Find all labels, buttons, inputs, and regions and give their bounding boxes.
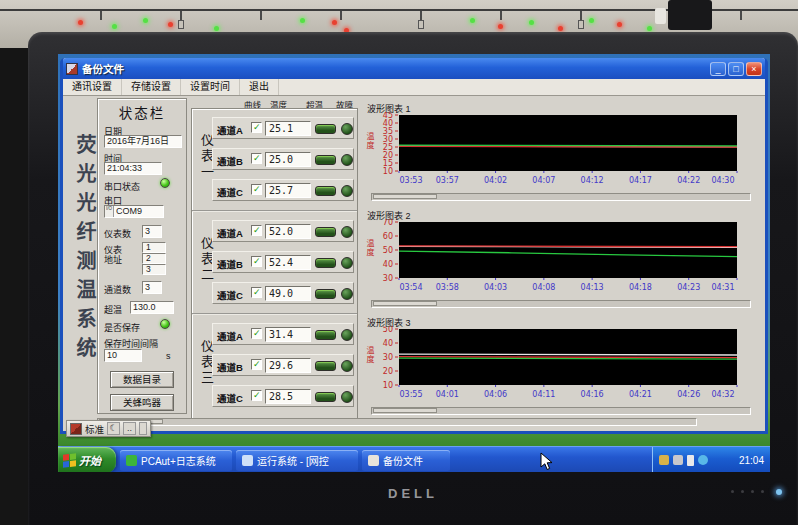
address-list-item[interactable]: 2 — [142, 253, 166, 264]
overtemp-threshold-field[interactable]: 130.0 — [130, 301, 174, 314]
taskbar-task-backup-file[interactable]: 备份文件 — [362, 450, 450, 471]
scrollbar-thumb[interactable] — [373, 301, 437, 306]
taskbar-task-run-system[interactable]: 运行系统 - [网控 — [236, 450, 358, 471]
maximize-button[interactable]: □ — [728, 62, 744, 76]
check-icon: ✓ — [253, 390, 261, 400]
svg-text:04:17: 04:17 — [629, 176, 652, 185]
status-panel: 状态栏 日期 2016年7月16日 时间 21:04:33 串口状态 串口 I/… — [97, 98, 187, 414]
channel-label: 通道C — [217, 288, 243, 302]
indicator-led — [647, 26, 652, 31]
address-list: 1 2 3 — [142, 242, 166, 275]
indicator-led — [332, 20, 337, 25]
check-icon: ✓ — [253, 256, 261, 266]
tray-ime-icon[interactable] — [659, 455, 669, 465]
fault-led — [341, 329, 353, 341]
chart-plot: 101520253035404503:5303:5704:0204:0704:1… — [371, 112, 751, 190]
window-horizontal-scrollbar[interactable] — [97, 418, 697, 426]
scrollbar-thumb[interactable] — [373, 194, 437, 199]
scrollbar-thumb[interactable] — [373, 408, 437, 413]
ime-punctuation-icon[interactable]: .. — [123, 422, 136, 435]
serial-port-combo[interactable]: I/O COM9 — [104, 205, 164, 218]
curve-checkbox[interactable]: ✓ — [251, 287, 262, 298]
ime-handle[interactable] — [139, 422, 147, 435]
channel-count-label: 通道数 — [104, 283, 131, 296]
curve-checkbox[interactable]: ✓ — [251, 328, 262, 339]
chart-scrollbar[interactable] — [371, 300, 751, 308]
tray-clock[interactable]: 21:04 — [739, 455, 764, 466]
minimize-button[interactable]: _ — [710, 62, 726, 76]
status-panel-title: 状态栏 — [98, 102, 186, 122]
svg-text:04:26: 04:26 — [677, 390, 700, 399]
svg-text:04:21: 04:21 — [629, 390, 652, 399]
window-client-area: 荧光光纤测温系统 状态栏 日期 2016年7月16日 时间 21:04:33 串… — [63, 96, 765, 431]
menu-item-exit[interactable]: 退出 — [240, 79, 279, 95]
chart-scrollbar[interactable] — [371, 407, 751, 415]
channel-count-field[interactable]: 3 — [142, 281, 162, 294]
svg-text:40: 40 — [383, 260, 393, 269]
svg-text:04:06: 04:06 — [484, 390, 507, 399]
menu-item-set-time[interactable]: 设置时间 — [181, 79, 240, 95]
moon-icon[interactable]: ☾ — [107, 422, 120, 435]
curve-checkbox[interactable]: ✓ — [251, 225, 262, 236]
channel-label: 通道C — [217, 391, 243, 405]
window-titlebar: 备份文件 _ □ × — [63, 58, 765, 79]
channel-row: 通道A ✓ 52.0 — [212, 220, 354, 242]
svg-text:04:22: 04:22 — [677, 176, 700, 185]
check-icon: ✓ — [253, 225, 261, 235]
taskbar-task-log-system[interactable]: PCAut+日志系统 — [120, 450, 232, 471]
svg-text:30: 30 — [383, 353, 393, 362]
svg-text:04:01: 04:01 — [436, 390, 459, 399]
windows-logo-icon — [63, 453, 76, 467]
svg-text:30: 30 — [383, 274, 393, 283]
buzzer-off-button[interactable]: 关蜂鸣器 — [110, 394, 174, 411]
chart-scrollbar[interactable] — [371, 193, 751, 201]
instrument-count-field[interactable]: 3 — [142, 225, 162, 238]
menu-item-comm-settings[interactable]: 通讯设置 — [63, 79, 122, 95]
svg-text:60: 60 — [383, 232, 393, 241]
ime-label[interactable]: 标准 — [85, 422, 104, 436]
bezel-buttons[interactable] — [731, 490, 764, 493]
svg-text:03:58: 03:58 — [436, 283, 459, 292]
address-list-item[interactable]: 3 — [142, 264, 166, 275]
mimic-stub — [100, 11, 102, 20]
temperature-display: 25.1 — [265, 121, 311, 136]
tray-volume-icon[interactable] — [698, 455, 708, 465]
mimic-breaker-symbol — [418, 20, 424, 29]
address-list-item[interactable]: 1 — [142, 242, 166, 253]
svg-text:04:11: 04:11 — [532, 390, 555, 399]
dell-logo: DELL — [28, 486, 798, 501]
waveform-chart-2: 波形图表 2 温度 304050607003:5403:5804:0304:08… — [363, 209, 759, 313]
indicator-led — [529, 20, 534, 25]
channel-label: 通道B — [217, 257, 243, 271]
tray-usb-icon[interactable] — [687, 455, 694, 466]
svg-text:10: 10 — [383, 167, 393, 176]
curve-checkbox[interactable]: ✓ — [251, 184, 262, 195]
curve-checkbox[interactable]: ✓ — [251, 122, 262, 133]
screen: 备份文件 _ □ × 通讯设置 存储设置 设置时间 退出 荧光光纤测温系统 — [58, 54, 770, 472]
close-button[interactable]: × — [746, 62, 762, 76]
svg-text:04:12: 04:12 — [581, 176, 604, 185]
curve-checkbox[interactable]: ✓ — [251, 359, 262, 370]
time-field: 21:04:33 — [104, 162, 162, 175]
app-window: 备份文件 _ □ × 通讯设置 存储设置 设置时间 退出 荧光光纤测温系统 — [60, 58, 768, 434]
start-button[interactable]: 开始 — [58, 447, 116, 472]
svg-text:03:57: 03:57 — [436, 176, 459, 185]
task-label: PCAut+日志系统 — [141, 453, 216, 468]
svg-text:04:03: 04:03 — [484, 283, 507, 292]
data-directory-button[interactable]: 数据目录 — [110, 371, 174, 388]
check-icon: ✓ — [253, 184, 261, 194]
curve-checkbox[interactable]: ✓ — [251, 153, 262, 164]
ime-mode-icon[interactable] — [70, 423, 82, 435]
curve-checkbox[interactable]: ✓ — [251, 256, 262, 267]
mimic-breaker-symbol — [178, 20, 184, 29]
temperature-display: 29.6 — [265, 358, 311, 373]
check-icon: ✓ — [253, 153, 261, 163]
mimic-breaker-symbol — [578, 20, 584, 29]
temperature-display: 49.0 — [265, 286, 311, 301]
menu-item-storage-settings[interactable]: 存储设置 — [122, 79, 181, 95]
save-interval-field[interactable]: 10 — [104, 349, 142, 362]
indicator-led — [112, 24, 117, 29]
curve-checkbox[interactable]: ✓ — [251, 390, 262, 401]
tray-keyboard-icon[interactable] — [673, 455, 683, 465]
indicator-led — [214, 26, 219, 31]
